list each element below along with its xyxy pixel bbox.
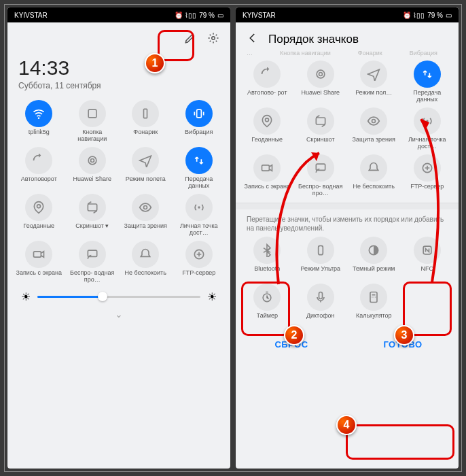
svg-point-1 [38,117,40,119]
dark-icon [360,237,387,264]
qs-tile-bt[interactable]: Bluetooth [241,237,293,279]
tile-label: Беспро- водная про… [69,270,116,284]
wifi-icon [25,100,52,127]
qs-tile-nfc[interactable]: NFC [401,237,454,279]
qs-tile-vibrate[interactable]: Вибрация [173,100,226,143]
share-icon [307,61,334,88]
qs-tile-wifi[interactable]: tplink5g [13,100,65,143]
qs-tile-dnd[interactable]: Не беспокоить [120,241,172,284]
tile-label: tplink5g [29,129,50,143]
tile-label: Защита зрения [353,137,395,150]
svg-point-7 [37,205,41,208]
ftp-icon [414,154,441,182]
qs-tile-eye[interactable]: Защита зрения [348,107,400,150]
qs-tile-geo[interactable]: Геоданные [241,107,293,150]
svg-point-5 [90,159,94,163]
qs-tile-shot[interactable]: Скриншот ▾ [67,194,119,237]
plane-icon [360,61,387,88]
ultra-icon [307,237,334,264]
gear-icon[interactable] [207,32,219,47]
tile-label: Личная точка дост… [175,223,223,237]
share-icon [79,147,106,174]
qs-tile-eye[interactable]: Защита зрения [120,194,172,237]
qs-tile-ftp[interactable]: FTP-сервер [401,154,454,197]
qs-tile-ftp[interactable]: FTP-сервер [173,241,226,284]
tile-label: Автоповорот [21,176,57,190]
svg-rect-17 [316,118,325,124]
qs-tile-share[interactable]: Huawei Share [295,61,347,103]
back-icon[interactable] [247,32,259,47]
qs-tile-rotate[interactable]: Автоповорот [13,147,65,190]
svg-point-0 [212,37,215,40]
qs-tile-cast[interactable]: Беспро- водная про… [295,154,347,197]
qs-tile-torch[interactable]: Фонарик [120,100,172,143]
edit-icon[interactable] [184,32,196,47]
clock-time: 14:33 [18,56,219,80]
tile-label: FTP-сервер [410,184,444,197]
ftp-icon [185,241,213,268]
qs-tile-data[interactable]: Передача данных [401,61,454,103]
drag-handle-icon[interactable]: ⌄ [12,307,226,320]
dnd-icon [360,154,387,182]
rec-icon [253,154,281,182]
svg-rect-11 [34,252,41,257]
qs-tile-mic[interactable]: Диктофон [295,284,347,326]
qs-tile-dark[interactable]: Темный режим [348,237,400,279]
tile-label: Передача данных [175,176,223,190]
qs-tile-calc[interactable]: Калькулятор [348,284,400,326]
done-button[interactable]: ГОТОВО [347,329,459,359]
rotate-icon [25,147,52,174]
tile-label: Скриншот ▾ [75,223,109,237]
qs-tile-rec[interactable]: Запись с экрана [13,241,65,284]
calc-icon [360,284,387,311]
hotspot-icon [414,107,441,135]
svg-point-15 [317,70,325,78]
qs-tile-dnd[interactable]: Не беспокоить [348,154,400,197]
torch-icon [132,100,159,127]
nfc-icon [414,237,441,264]
tile-label: Кнопка навигации [69,129,116,143]
tile-label: Автопово- рот [247,90,287,103]
tile-label: Запись с экрана [244,184,290,197]
qs-tile-plane[interactable]: Режим пол… [348,61,400,103]
tile-label: Не беспокоить [125,270,166,284]
clock-date: Суббота, 11 сентября [18,81,219,90]
svg-rect-3 [144,109,147,118]
svg-point-6 [88,156,96,165]
brightness-high-icon: ☀ [207,290,217,303]
qs-tile-rec[interactable]: Запись с экрана [241,154,293,197]
qs-tile-plane[interactable]: Режим полета [120,147,172,190]
tile-label: Геоданные [23,223,54,237]
qs-tile-rotate[interactable]: Автопово- рот [241,61,293,103]
geo-icon [25,194,52,221]
eye-icon [360,107,387,135]
phone-right: KYIVSTAR ⏰ ⌇▯▯79 %▭ Порядок значков …Кно… [236,7,459,469]
svg-point-10 [198,206,200,208]
data-icon [185,147,213,174]
status-bar: KYIVSTAR ⏰ ⌇▯▯79 %▭ [236,7,459,22]
qs-tile-data[interactable]: Передача данных [173,147,226,190]
qs-tile-hotspot[interactable]: Личная точка дост… [401,107,454,150]
tile-label: Темный режим [353,266,395,279]
tile-label: Не беспокоить [353,184,395,197]
tile-label: Передача данных [404,90,451,103]
svg-point-9 [144,206,147,209]
cast-icon [79,241,106,268]
qs-tile-ultra[interactable]: Режим Ультра [295,237,347,279]
tile-label: Huawei Share [301,90,340,103]
reset-button[interactable]: СБРОС [236,329,347,359]
qs-tile-share[interactable]: Huawei Share [67,147,119,190]
tile-label: Личная точка дост… [404,137,451,150]
qs-tile-geo[interactable]: Геоданные [13,194,65,237]
qs-tile-hotspot[interactable]: Личная точка дост… [173,194,226,237]
qs-tile-nav[interactable]: Кнопка навигации [67,100,119,143]
qs-tile-cast[interactable]: Беспро- водная про… [67,241,119,284]
svg-rect-20 [262,165,270,171]
brightness-slider[interactable]: ☀ ☀ [12,286,226,307]
qs-tile-shot[interactable]: Скриншот [295,107,347,150]
tile-label: Защита зрения [124,223,167,237]
tile-label: Вибрация [185,129,213,143]
qs-tile-timer[interactable]: Таймер [241,284,293,326]
tile-label: Запись с экрана [16,270,62,284]
svg-rect-23 [318,245,323,254]
